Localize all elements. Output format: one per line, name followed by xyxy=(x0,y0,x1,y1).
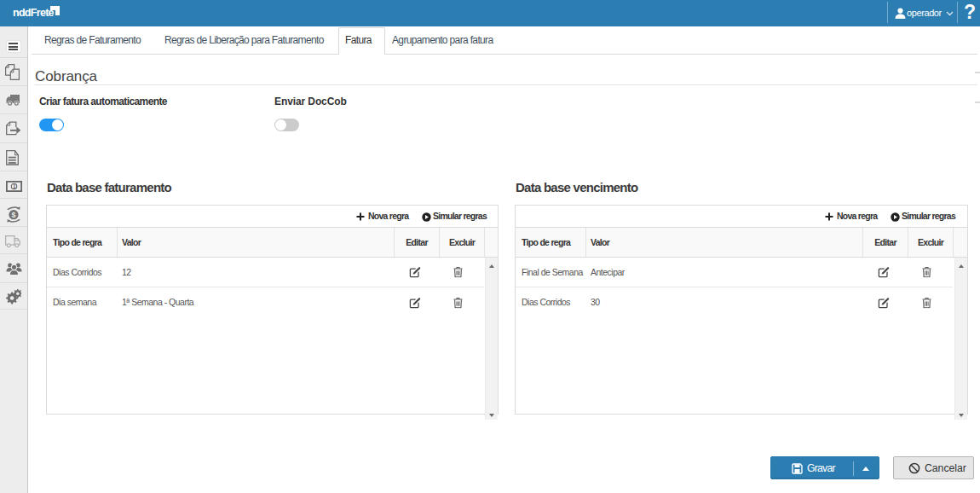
svg-text:1: 1 xyxy=(12,183,15,189)
svg-text:$: $ xyxy=(11,211,15,219)
